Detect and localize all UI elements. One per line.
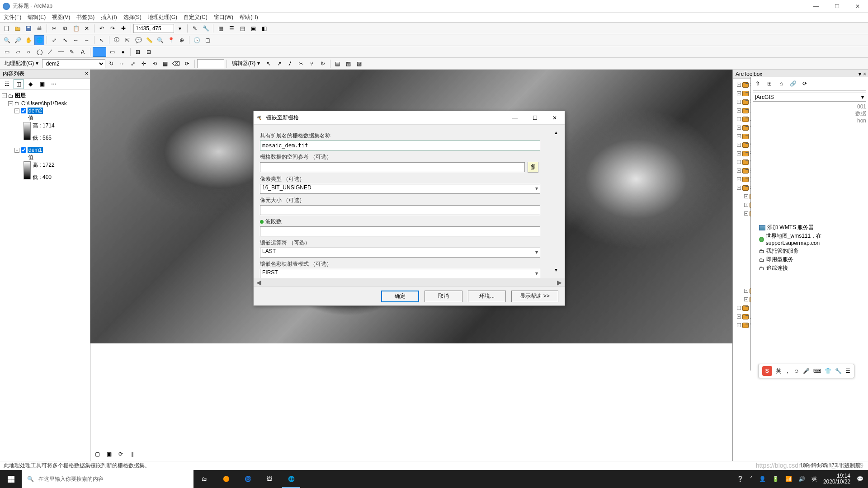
mosaic-operator-dropdown[interactable]: LAST bbox=[260, 248, 540, 258]
hyperlink-icon[interactable]: ⇱ bbox=[123, 35, 132, 45]
pixel-type-dropdown[interactable]: 16_BIT_UNSIGNED bbox=[260, 184, 540, 194]
line-color-icon[interactable]: ▭ bbox=[107, 47, 117, 57]
expand-toggle[interactable]: + bbox=[744, 297, 748, 301]
task-chrome[interactable]: 🟠 bbox=[215, 470, 237, 488]
ime-menu-icon[interactable]: ☰ bbox=[845, 368, 850, 374]
edit-create-icon[interactable]: ▨ bbox=[354, 59, 364, 69]
expand-toggle[interactable]: + bbox=[737, 169, 741, 173]
expand-toggle[interactable]: + bbox=[737, 306, 741, 310]
zoom-in-icon[interactable]: 🔍 bbox=[2, 35, 12, 45]
table-button[interactable]: ▤ bbox=[237, 23, 247, 33]
catalog-connect-icon[interactable]: 🔗 bbox=[788, 79, 798, 89]
arctoolbox-close-button[interactable]: × bbox=[863, 71, 866, 77]
draw-line-icon[interactable]: ／ bbox=[45, 47, 55, 57]
model-builder-button[interactable]: ◧ bbox=[259, 23, 269, 33]
catalog-tree-icon[interactable]: ⊞ bbox=[764, 79, 774, 89]
expand-toggle[interactable]: + bbox=[737, 177, 741, 181]
expand-toggle[interactable]: − bbox=[14, 108, 19, 113]
expand-toggle[interactable]: + bbox=[737, 108, 741, 113]
catalog-location[interactable]: |ArcGIS▾ bbox=[753, 93, 866, 102]
toc-list-by-source-icon[interactable]: ◫ bbox=[14, 79, 24, 89]
editor-menu[interactable]: 编辑器(R) ▾ bbox=[232, 60, 260, 67]
zoom-out-icon[interactable]: 🔎 bbox=[13, 35, 23, 45]
expand-toggle[interactable]: − bbox=[737, 186, 741, 190]
georef-link-icon[interactable]: ✛ bbox=[139, 59, 149, 69]
open-button[interactable] bbox=[13, 23, 23, 33]
georef-layer-dropdown[interactable]: dem2 bbox=[42, 59, 105, 68]
expand-toggle[interactable]: − bbox=[14, 148, 19, 153]
layer-checkbox[interactable] bbox=[21, 147, 26, 153]
expand-toggle[interactable]: + bbox=[737, 100, 741, 104]
expand-toggle[interactable]: + bbox=[737, 314, 741, 319]
draw-freehand-icon[interactable]: ✎ bbox=[67, 47, 77, 57]
catalog-up-icon[interactable]: ⇧ bbox=[753, 79, 763, 89]
expand-toggle[interactable]: + bbox=[737, 143, 741, 147]
georef-delete-icon[interactable]: ⌫ bbox=[171, 59, 181, 69]
cut-button[interactable]: ✂ bbox=[49, 23, 59, 33]
tray-ime-icon[interactable]: 英 bbox=[811, 475, 817, 483]
spatial-ref-input[interactable] bbox=[260, 162, 525, 172]
scroll-up-icon[interactable]: ▴ bbox=[555, 129, 562, 136]
show-help-button[interactable]: 显示帮助 >> bbox=[511, 291, 558, 302]
tray-volume-icon[interactable]: 🔊 bbox=[798, 476, 805, 482]
viewer-icon[interactable]: ▢ bbox=[203, 35, 212, 45]
tray-chevron-up-icon[interactable]: ˄ bbox=[750, 476, 753, 482]
edit-split-icon[interactable]: ⑂ bbox=[307, 59, 317, 69]
search-button[interactable]: ☰ bbox=[226, 23, 236, 33]
menu-window[interactable]: 窗口(W) bbox=[214, 14, 233, 21]
marker-color-icon[interactable]: ● bbox=[118, 47, 128, 57]
save-button[interactable] bbox=[24, 23, 33, 33]
tray-wifi-icon[interactable]: 📶 bbox=[785, 476, 792, 482]
tray-notifications-icon[interactable]: 💬 bbox=[857, 476, 863, 482]
select-arrow-icon[interactable]: ↖ bbox=[97, 35, 107, 45]
catalog-home-icon[interactable]: ⌂ bbox=[776, 79, 786, 89]
band-count-input[interactable] bbox=[260, 226, 540, 236]
full-extent-icon[interactable]: 🌐 bbox=[34, 35, 44, 45]
taskbar-search[interactable]: 🔍 在这里输入你要搜索的内容 bbox=[22, 470, 193, 488]
redo-button[interactable]: ↷ bbox=[108, 23, 118, 33]
python-button[interactable]: ▣ bbox=[248, 23, 258, 33]
expand-toggle[interactable]: − bbox=[8, 101, 13, 106]
fixed-zoom-out[interactable]: ⤡ bbox=[60, 35, 70, 45]
toc-list-by-selection-icon[interactable]: ▣ bbox=[37, 79, 47, 89]
find-route-icon[interactable]: 📍 bbox=[166, 35, 176, 45]
scale-dropdown[interactable]: ▾ bbox=[175, 23, 185, 33]
server-item[interactable]: 🗀 我托管的服务 bbox=[759, 247, 866, 255]
ime-toolbox-icon[interactable]: 🔧 bbox=[835, 368, 842, 374]
edit-sketch-icon[interactable]: ▧ bbox=[344, 59, 354, 69]
ime-skin-icon[interactable]: 👕 bbox=[825, 368, 831, 374]
toc-options-icon[interactable]: ⋯ bbox=[49, 79, 59, 89]
server-item[interactable]: 世界地图_wms111，在 support.supermap.con bbox=[759, 232, 866, 247]
new-button[interactable] bbox=[2, 23, 12, 33]
ok-button[interactable]: 确定 bbox=[381, 291, 419, 302]
environments-button[interactable]: 环境... bbox=[468, 291, 506, 302]
cell-size-input[interactable] bbox=[260, 205, 540, 215]
colormap-mode-dropdown[interactable]: FIRST bbox=[260, 269, 540, 278]
expand-toggle[interactable]: + bbox=[737, 117, 741, 121]
draw-poly-icon[interactable]: ▱ bbox=[13, 47, 23, 57]
edit-reshape-icon[interactable]: 〳 bbox=[285, 59, 295, 69]
edit-cut-icon[interactable]: ✂ bbox=[296, 59, 306, 69]
ime-emoji-icon[interactable]: ☺ bbox=[794, 368, 799, 374]
close-button[interactable]: ✕ bbox=[847, 0, 868, 13]
toc-list-by-visibility-icon[interactable]: ◆ bbox=[25, 79, 35, 89]
toolbox-button[interactable]: 🔧 bbox=[201, 23, 211, 33]
ime-toolbar[interactable]: S 英 ， ☺ 🎤 ⌨ 👕 🔧 ☰ bbox=[758, 364, 854, 378]
menu-file[interactable]: 文件(F) bbox=[4, 14, 21, 21]
georef-shift-icon[interactable]: ↔ bbox=[117, 59, 127, 69]
task-app1[interactable]: 🌀 bbox=[237, 470, 259, 488]
georef-rotate-icon[interactable]: ↻ bbox=[106, 59, 116, 69]
server-item[interactable]: 添加 WMTS 服务器 bbox=[759, 223, 866, 232]
ime-lang[interactable]: 英 bbox=[776, 367, 781, 375]
maximize-button[interactable]: ☐ bbox=[826, 0, 847, 13]
edit-vertices-icon[interactable]: ↗ bbox=[274, 59, 284, 69]
menu-bookmark[interactable]: 书签(B) bbox=[76, 14, 94, 21]
dialog-close-button[interactable]: ✕ bbox=[545, 111, 565, 125]
data-view-tab[interactable]: ▢ bbox=[92, 449, 102, 459]
html-popup-icon[interactable]: 💬 bbox=[133, 35, 143, 45]
menu-edit[interactable]: 编辑(E) bbox=[28, 14, 46, 21]
start-button[interactable] bbox=[0, 470, 22, 488]
georef-label[interactable]: 地理配准(G) ▾ bbox=[5, 60, 38, 67]
pan-icon[interactable]: ✋ bbox=[24, 35, 33, 45]
expand-toggle[interactable]: + bbox=[737, 91, 741, 95]
